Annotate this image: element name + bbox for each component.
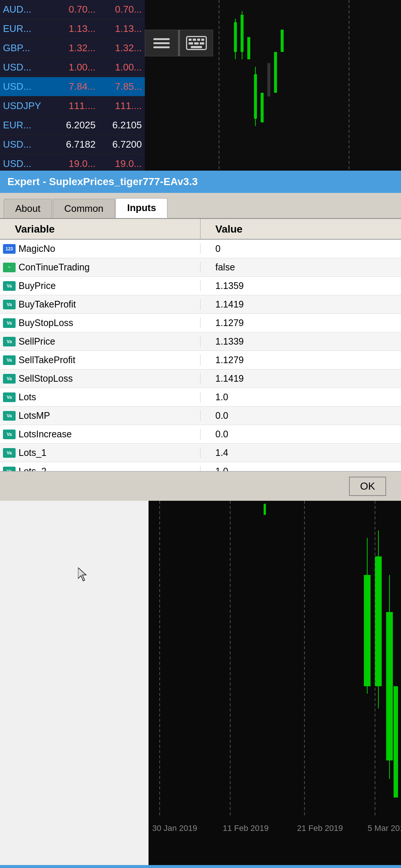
param-name: LotsMP [19, 410, 50, 421]
var-icon: 123 [3, 244, 16, 254]
var-icon: Va [3, 374, 16, 384]
market-ask: 1.13... [95, 23, 142, 34]
bottom-area: 30 Jan 2019 11 Feb 2019 21 Feb 2019 5 Ma… [0, 501, 401, 868]
market-row[interactable]: USDJPY 111.... 111.... [0, 96, 145, 116]
tab-about[interactable]: About [4, 199, 52, 218]
svg-rect-18 [264, 504, 266, 515]
bottom-right-separator [149, 865, 401, 868]
param-name: BuyStopLoss [19, 318, 73, 328]
svg-text:21 Feb 2019: 21 Feb 2019 [297, 823, 343, 833]
market-ask: 19.0... [95, 158, 142, 170]
param-value: 1.1419 [200, 373, 401, 384]
market-row[interactable]: EUR... 6.2025 6.2105 [0, 116, 145, 135]
param-row[interactable]: 123 MagicNo 0 [0, 240, 401, 258]
market-row[interactable]: AUD... 0.70... 0.70... [0, 0, 145, 19]
param-row[interactable]: Va SellPrice 1.1339 [0, 332, 401, 351]
market-list: AUD... 0.70... 0.70... EUR... 1.13... 1.… [0, 0, 145, 171]
param-variable: 123 MagicNo [0, 243, 200, 254]
param-variable: Va Lots_1 [0, 447, 200, 458]
tab-common[interactable]: Common [53, 199, 115, 218]
bottom-left-panel [0, 501, 149, 868]
dialog-footer: OK [0, 471, 401, 501]
market-ask: 7.85... [95, 81, 142, 92]
top-panel: AUD... 0.70... 0.70... EUR... 1.13... 1.… [0, 0, 401, 171]
params-rows: 123 MagicNo 0 ~ ConTinueTrading false Va… [0, 240, 401, 471]
param-value: 1.1359 [200, 280, 401, 291]
param-row[interactable]: Va BuyPrice 1.1359 [0, 277, 401, 295]
param-name: ConTinueTrading [19, 262, 89, 273]
param-row[interactable]: Va SellTakeProfit 1.1279 [0, 351, 401, 369]
var-icon: Va [3, 430, 16, 439]
param-name: Lots_2 [19, 466, 46, 471]
param-row[interactable]: Va LotsIncrease 0.0 [0, 425, 401, 444]
market-name: USD... [3, 158, 49, 170]
svg-text:5 Mar 2019: 5 Mar 2019 [368, 823, 401, 833]
svg-rect-11 [274, 52, 277, 93]
market-name: USD... [3, 62, 49, 73]
param-value: 0.0 [200, 410, 401, 421]
param-value: 1.1279 [200, 318, 401, 328]
market-bid: 111.... [49, 100, 96, 112]
market-row[interactable]: USD... 7.84... 7.85... [0, 77, 145, 96]
param-name: SellPrice [19, 336, 55, 347]
param-name: Lots [19, 392, 36, 402]
var-icon: Va [3, 318, 16, 328]
bottom-chart-panel: 30 Jan 2019 11 Feb 2019 21 Feb 2019 5 Ma… [149, 501, 401, 868]
market-name: EUR... [3, 119, 49, 131]
param-row[interactable]: Va LotsMP 0.0 [0, 407, 401, 425]
param-row[interactable]: Va SellStopLoss 1.1419 [0, 369, 401, 388]
svg-rect-10 [267, 63, 270, 96]
tab-inputs[interactable]: Inputs [115, 198, 167, 218]
param-name: LotsIncrease [19, 429, 72, 440]
param-variable: Va BuyTakeProfit [0, 299, 200, 310]
param-name: Lots_1 [19, 447, 46, 458]
header-value: Value [200, 219, 401, 239]
expert-title-text: Expert - SuplexPrices_tiger777-EAv3.3 [7, 176, 198, 188]
market-name: USD... [3, 139, 49, 150]
param-row[interactable]: Va Lots_2 1.0 [0, 462, 401, 471]
market-ask: 1.32... [95, 42, 142, 54]
market-ask: 6.2105 [95, 119, 142, 131]
dialog-tabs: AboutCommonInputs [0, 193, 401, 219]
param-variable: Va BuyStopLoss [0, 318, 200, 328]
market-ask: 1.00... [95, 62, 142, 73]
toolbar [145, 30, 213, 56]
param-row[interactable]: Va Lots_1 1.4 [0, 444, 401, 462]
param-variable: Va SellPrice [0, 336, 200, 347]
market-bid: 1.00... [49, 62, 96, 73]
param-row[interactable]: ~ ConTinueTrading false [0, 258, 401, 277]
menu-button[interactable] [145, 30, 178, 56]
param-row[interactable]: Va BuyTakeProfit 1.1419 [0, 295, 401, 314]
param-variable: Va LotsMP [0, 410, 200, 421]
param-name: SellTakeProfit [19, 355, 75, 365]
var-icon: Va [3, 355, 16, 365]
svg-marker-13 [78, 568, 86, 581]
param-value: 0.0 [200, 429, 401, 440]
param-name: BuyTakeProfit [19, 299, 76, 310]
market-ask: 111.... [95, 100, 142, 112]
param-value: 1.0 [200, 466, 401, 471]
ok-button[interactable]: OK [349, 477, 386, 496]
var-icon: Va [3, 281, 16, 291]
market-row[interactable]: GBP... 1.32... 1.32... [0, 39, 145, 58]
expert-title-bar: Expert - SuplexPrices_tiger777-EAv3.3 [0, 171, 401, 193]
hamburger-icon [153, 38, 170, 48]
svg-rect-6 [247, 37, 250, 59]
svg-text:11 Feb 2019: 11 Feb 2019 [223, 823, 269, 833]
param-row[interactable]: Va BuyStopLoss 1.1279 [0, 314, 401, 332]
param-row[interactable]: Va Lots 1.0 [0, 388, 401, 407]
bottom-separator [0, 865, 149, 868]
keyboard-button[interactable] [180, 30, 213, 56]
market-name: USD... [3, 81, 49, 92]
market-name: EUR... [3, 23, 49, 34]
market-bid: 1.13... [49, 23, 96, 34]
svg-rect-12 [281, 30, 284, 52]
market-name: GBP... [3, 42, 49, 54]
market-row[interactable]: USD... 6.7182 6.7200 [0, 135, 145, 154]
market-name: AUD... [3, 4, 49, 15]
param-variable: Va LotsIncrease [0, 429, 200, 440]
market-bid: 1.32... [49, 42, 96, 54]
params-header: Variable Value [0, 219, 401, 240]
market-row[interactable]: EUR... 1.13... 1.13... [0, 19, 145, 39]
market-row[interactable]: USD... 1.00... 1.00... [0, 58, 145, 77]
